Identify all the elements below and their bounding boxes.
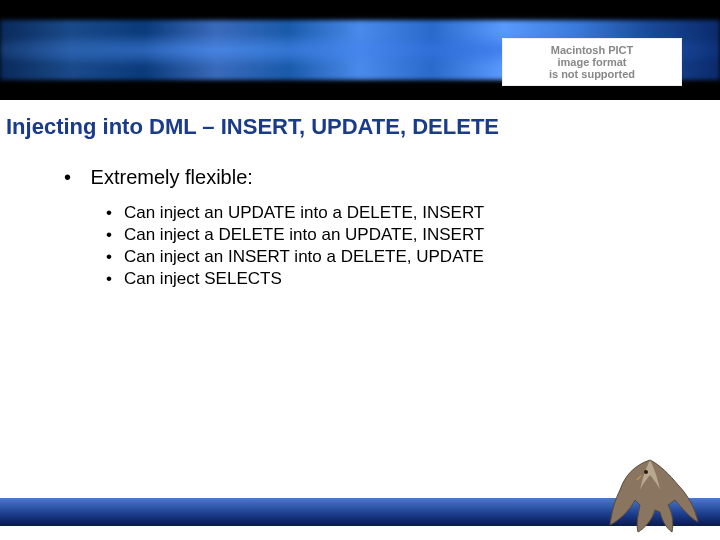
sub-bullet: Can inject SELECTS xyxy=(106,269,720,289)
falcon-logo-icon xyxy=(590,450,710,540)
pict-line2: image format xyxy=(557,56,626,68)
svg-point-0 xyxy=(644,470,648,474)
top-banner: Macintosh PICT image format is not suppo… xyxy=(0,0,720,100)
bullet-main: Extremely flexible: Can inject an UPDATE… xyxy=(64,166,720,289)
pict-line3: is not supported xyxy=(549,68,635,80)
content-area: Extremely flexible: Can inject an UPDATE… xyxy=(0,140,720,289)
sub-bullet: Can inject a DELETE into an UPDATE, INSE… xyxy=(106,225,720,245)
sub-bullet: Can inject an UPDATE into a DELETE, INSE… xyxy=(106,203,720,223)
sub-bullet: Can inject an INSERT into a DELETE, UPDA… xyxy=(106,247,720,267)
pict-placeholder: Macintosh PICT image format is not suppo… xyxy=(502,38,682,86)
bullet-main-text: Extremely flexible: xyxy=(91,166,253,188)
pict-line1: Macintosh PICT xyxy=(551,44,634,56)
slide-title: Injecting into DML – INSERT, UPDATE, DEL… xyxy=(0,100,720,140)
